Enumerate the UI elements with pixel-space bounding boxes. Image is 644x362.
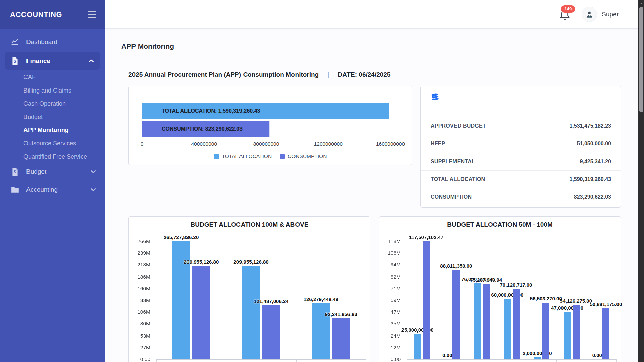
allocation-bar[interactable] bbox=[414, 334, 421, 359]
consumption-bar[interactable] bbox=[483, 284, 490, 359]
y-tick: 27M bbox=[130, 345, 150, 351]
brand-title: ACCOUNTING bbox=[10, 10, 62, 19]
y-tick: 106M bbox=[381, 250, 401, 256]
allocation-bar[interactable] bbox=[534, 357, 541, 359]
table-row-hfep: HFEP51,050,000.00 bbox=[421, 135, 621, 153]
sidebar-subitem-caf[interactable]: CAF bbox=[0, 71, 105, 84]
allocation-bar[interactable] bbox=[504, 299, 511, 359]
y-tick: 24M bbox=[381, 333, 401, 339]
y-tick: 59M bbox=[381, 297, 401, 303]
chevron-down-icon bbox=[90, 188, 96, 192]
sidebar-subitem-app-monitoring[interactable]: APP Monitoring bbox=[0, 124, 105, 137]
chevron-up-icon bbox=[88, 59, 94, 63]
y-tick: 82M bbox=[381, 274, 401, 280]
page-scrollbar[interactable]: ▲ bbox=[638, 0, 644, 362]
legend-item-consumption: CONSUMPTION bbox=[280, 153, 327, 159]
y-tick: 133M bbox=[130, 297, 150, 303]
separator: | bbox=[327, 71, 329, 78]
svg-text:$: $ bbox=[14, 170, 16, 174]
sidebar-item-accounting[interactable]: Accounting bbox=[0, 182, 105, 198]
y-tick: 12M bbox=[381, 345, 401, 351]
row-value: 9,425,341.20 bbox=[527, 159, 621, 165]
category-separator bbox=[556, 359, 557, 362]
row-label: TOTAL ALLOCATION bbox=[421, 176, 527, 182]
scrollbar-thumb[interactable] bbox=[639, 7, 643, 112]
username: Super bbox=[602, 11, 619, 18]
consumption-value-label: 92,241,856.83 bbox=[325, 311, 357, 317]
chart-100m-plot[interactable]: 0.0027M53M80M106M133M160M186M213M239M266… bbox=[129, 217, 370, 362]
row-label: HFEP bbox=[421, 141, 527, 147]
row-value: 1,590,319,260.43 bbox=[527, 176, 621, 182]
category-separator bbox=[226, 359, 226, 362]
chart-50m-plot[interactable]: 0.0012M24M35M47M59M71M82M94M106M118M25,0… bbox=[379, 217, 621, 362]
consumption-bar[interactable] bbox=[452, 270, 460, 359]
allocation-bar[interactable] bbox=[474, 283, 481, 359]
x-axis-line bbox=[142, 139, 390, 139]
x-axis-line bbox=[407, 359, 616, 360]
category-separator bbox=[437, 359, 437, 362]
consumption-value-label: 50,881,175.00 bbox=[590, 301, 622, 307]
consumption-bar[interactable] bbox=[423, 241, 430, 359]
main-content: APP Monitoring 2025 Annual Procurement P… bbox=[105, 29, 638, 362]
sidebar-subitem-cash-operation[interactable]: Cash Operation bbox=[0, 97, 105, 111]
row-label: SUPPLEMENTAL bbox=[421, 159, 527, 165]
category-separator bbox=[527, 359, 527, 362]
summary-table-header bbox=[421, 86, 621, 107]
category-separator bbox=[156, 359, 157, 362]
consumption-bar[interactable] bbox=[602, 308, 609, 359]
category-separator bbox=[407, 359, 407, 362]
bar-inline-label: TOTAL ALLOCATION: 1,590,319,260.43 bbox=[142, 108, 260, 114]
y-tick: 94M bbox=[381, 262, 401, 268]
sidebar-item-dashboard[interactable]: Dashboard bbox=[0, 34, 105, 50]
row-value: 823,290,622.03 bbox=[527, 194, 621, 200]
sidebar-subitem-budget[interactable]: Budget bbox=[0, 111, 105, 124]
report-date: DATE: 06/24/2025 bbox=[338, 71, 390, 78]
row-label: APPROVED BUDGET bbox=[421, 123, 527, 129]
chart-100m-panel: BUDGET ALLOCATION 100M & ABOVE 0.0027M53… bbox=[128, 216, 370, 362]
sidebar-item-label: Accounting bbox=[26, 186, 58, 193]
allocation-value-label: 265,727,836.20 bbox=[164, 234, 199, 240]
category-separator bbox=[467, 359, 467, 362]
sidebar-subitem-outsource-services[interactable]: Outsource Services bbox=[0, 137, 105, 150]
consumption-bar[interactable] bbox=[513, 289, 520, 359]
sidebar-subitem-quantified-free-service[interactable]: Quantified Free Service bbox=[0, 150, 105, 164]
consumption-bar[interactable] bbox=[192, 266, 210, 359]
svg-text:$: $ bbox=[14, 59, 16, 64]
hbar-plot[interactable]: TOTAL ALLOCATION: 1,590,319,260.43CONSUM… bbox=[129, 86, 412, 165]
allocation-value-label: 209,955,126.80 bbox=[233, 259, 268, 265]
y-tick: 266M bbox=[130, 238, 150, 244]
consumption-bar[interactable] bbox=[542, 303, 549, 359]
table-row-consumption: CONSUMPTION823,290,622.03 bbox=[421, 188, 621, 206]
y-tick: 160M bbox=[130, 286, 150, 292]
total-allocation-bar[interactable]: TOTAL ALLOCATION: 1,590,319,260.43 bbox=[142, 103, 389, 119]
user-icon bbox=[585, 10, 594, 19]
consumption-swatch bbox=[280, 154, 285, 159]
x-tick: 400000000 bbox=[191, 141, 217, 147]
y-tick: 53M bbox=[130, 333, 150, 339]
category-separator bbox=[497, 359, 497, 362]
scrollbar-up-arrow[interactable]: ▲ bbox=[638, 1, 644, 6]
consumption-bar[interactable] bbox=[332, 318, 350, 359]
table-column-divider bbox=[527, 117, 527, 206]
sidebar-item-budget[interactable]: $Budget bbox=[0, 164, 105, 180]
notifications-button[interactable]: 149 bbox=[558, 6, 573, 23]
allocation-bar[interactable] bbox=[242, 266, 260, 359]
sidebar-subitem-billing-and-claims[interactable]: Billing and Claims bbox=[0, 84, 105, 98]
consumption-bar[interactable]: CONSUMPTION: 823,290,622.03 bbox=[142, 121, 270, 137]
row-label: CONSUMPTION bbox=[421, 194, 527, 200]
sidebar-item-finance[interactable]: $Finance bbox=[5, 52, 100, 70]
user-menu[interactable]: Super bbox=[582, 7, 619, 22]
consumption-bar[interactable] bbox=[573, 305, 580, 359]
consumption-value-label: 75,207,949.94 bbox=[470, 277, 502, 283]
consumption-value-label: 54,126,275.00 bbox=[560, 298, 592, 304]
hamburger-menu-icon[interactable] bbox=[88, 11, 96, 18]
allocation-value-label: 0.00 bbox=[442, 352, 452, 358]
invoice-dollar-icon: $ bbox=[11, 57, 19, 65]
row-value: 51,050,000.00 bbox=[527, 141, 621, 147]
bar-inline-label: CONSUMPTION: 823,290,622.03 bbox=[142, 126, 243, 132]
y-tick: 0.00 bbox=[130, 356, 150, 362]
consumption-bar[interactable] bbox=[262, 305, 280, 359]
allocation-bar[interactable] bbox=[564, 312, 571, 359]
x-tick: 1600000000 bbox=[376, 141, 405, 147]
sidebar-item-label: Dashboard bbox=[26, 38, 57, 46]
